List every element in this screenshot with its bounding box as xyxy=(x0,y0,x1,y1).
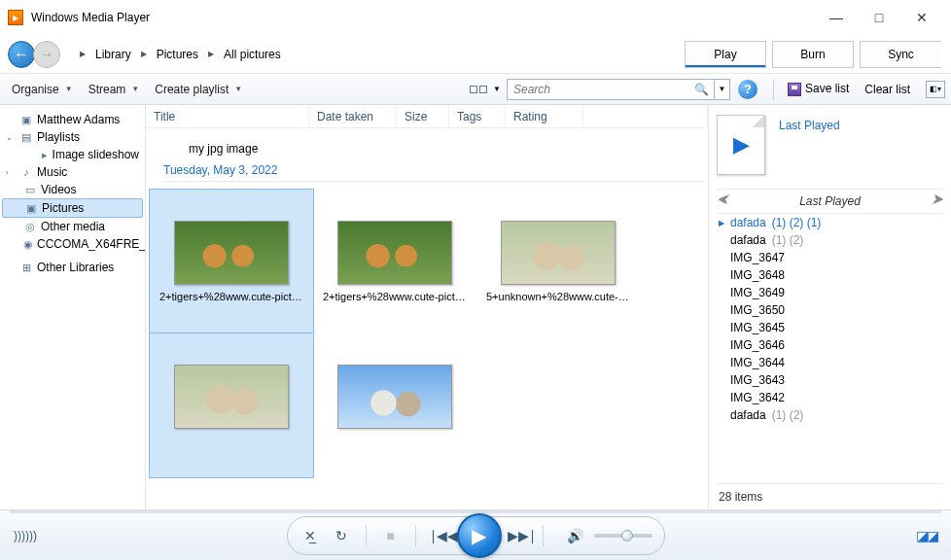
item-label: IMG_3644 xyxy=(730,356,785,369)
minimize-button[interactable]: — xyxy=(815,3,858,32)
save-list-button[interactable]: Save list xyxy=(782,79,855,99)
volume-knob[interactable] xyxy=(621,530,633,542)
tree-label: Videos xyxy=(41,183,76,196)
item-label: dafada xyxy=(730,216,766,229)
prev-list-button[interactable]: ⮜ xyxy=(717,193,728,207)
mute-button[interactable]: 🔊 xyxy=(565,528,586,543)
back-button[interactable]: ← xyxy=(8,41,35,68)
breadcrumb-all-pictures[interactable]: All pictures xyxy=(220,45,285,64)
last-played-title: Last Played xyxy=(779,119,840,132)
last-played-item[interactable]: ▶dafada (1) (2) (1) xyxy=(717,214,943,231)
repeat-button[interactable]: ↻ xyxy=(331,528,352,543)
column-size[interactable]: Size xyxy=(397,105,449,127)
last-played-item[interactable]: IMG_3647 xyxy=(717,249,943,266)
breadcrumb-pictures[interactable]: Pictures xyxy=(153,45,202,64)
tree-music[interactable]: ›♪Music xyxy=(2,163,143,181)
content-body[interactable]: my jpg image Tuesday, May 3, 2022 2+tige… xyxy=(146,128,708,509)
view-options-button[interactable] xyxy=(470,86,487,93)
thumbnail-caption: 2+tigers+%28www.cute-pict… xyxy=(321,291,469,302)
chevron-right-icon: ▶ xyxy=(80,50,86,58)
item-suffix: (1) (2) xyxy=(772,233,804,247)
tab-play[interactable]: Play xyxy=(685,41,766,68)
breadcrumb-library[interactable]: Library xyxy=(91,45,135,64)
tree-user[interactable]: ▣Matthew Adams xyxy=(2,111,143,128)
last-played-item[interactable]: IMG_3650 xyxy=(717,301,943,319)
user-icon: ▣ xyxy=(19,114,33,125)
previous-button[interactable]: ∣◀◀ xyxy=(430,528,451,543)
play-icon: ▶ xyxy=(733,132,750,158)
tree-label: Other media xyxy=(41,220,105,233)
thumbnail[interactable]: 2+tigers+%28www.cute-pict… xyxy=(150,190,313,333)
column-date-taken[interactable]: Date taken xyxy=(309,105,397,127)
create-playlist-label: Create playlist xyxy=(155,83,229,96)
tree-videos[interactable]: ▭Videos xyxy=(2,181,143,198)
help-button[interactable]: ? xyxy=(738,80,757,99)
last-played-item[interactable]: IMG_3646 xyxy=(717,336,943,354)
create-playlist-menu[interactable]: Create playlist▼ xyxy=(149,80,248,99)
player-bar: )))))) ✕̲ ↻ ■ ∣◀◀ ▶ ▶▶∣ 🔊 ◪◪ xyxy=(0,509,951,560)
column-title[interactable]: Title xyxy=(146,105,309,127)
caret-down-icon: ⌄ xyxy=(6,133,16,142)
last-played-header-label: Last Played xyxy=(799,194,861,208)
thumbnail[interactable]: 2+tigers+%28www.cute-pict… xyxy=(313,190,476,333)
chevron-right-icon: ▶ xyxy=(208,50,214,58)
tab-burn[interactable]: Burn xyxy=(772,41,854,68)
tree-image-slideshow[interactable]: ▸Image slideshow xyxy=(2,146,143,163)
mode-tabs: Play Burn Sync xyxy=(685,41,941,68)
last-played-item[interactable]: IMG_3649 xyxy=(717,284,943,301)
thumbnail-caption: 2+tigers+%28www.cute-pict… xyxy=(158,291,305,302)
player-status: )))))) xyxy=(14,529,208,542)
volume-slider[interactable] xyxy=(594,534,652,538)
last-played-item[interactable]: dafada (1) (2) xyxy=(717,231,943,249)
next-list-button[interactable]: ⮞ xyxy=(932,193,943,207)
organise-menu[interactable]: Organise▼ xyxy=(6,80,79,99)
clear-list-button[interactable]: Clear list xyxy=(859,80,916,99)
last-played-item[interactable]: IMG_3643 xyxy=(717,371,943,389)
item-label: IMG_3646 xyxy=(730,338,785,352)
tree-cccoma[interactable]: ◉CCCOMA_X64FRE_E xyxy=(2,235,143,253)
thumbnail-image xyxy=(501,221,616,285)
play-button[interactable]: ▶ xyxy=(457,513,502,558)
item-suffix: (1) (2) (1) xyxy=(772,216,822,229)
last-played-item[interactable]: IMG_3648 xyxy=(717,266,943,284)
caret-down-icon: ▼ xyxy=(131,85,139,93)
last-played-footer: 28 items xyxy=(717,483,943,509)
last-played-item[interactable]: dafada (1) (2) xyxy=(717,406,943,424)
close-button[interactable]: ✕ xyxy=(900,3,943,32)
next-button[interactable]: ▶▶∣ xyxy=(508,528,529,543)
tree-other-libraries[interactable]: ⊞Other Libraries xyxy=(2,259,143,276)
title-bar: Windows Media Player — □ ✕ xyxy=(0,0,951,35)
shuffle-button[interactable]: ✕̲ xyxy=(299,528,321,543)
item-label: dafada xyxy=(730,408,766,422)
thumbnail[interactable] xyxy=(150,333,313,477)
last-played-list[interactable]: ▶dafada (1) (2) (1)dafada (1) (2)IMG_364… xyxy=(717,214,943,483)
last-played-item[interactable]: IMG_3642 xyxy=(717,389,943,406)
last-played-item[interactable]: IMG_3644 xyxy=(717,354,943,371)
tree-label: Other Libraries xyxy=(37,261,114,274)
column-tags[interactable]: Tags xyxy=(449,105,506,127)
last-played-item[interactable]: IMG_3645 xyxy=(717,319,943,336)
stop-button[interactable]: ■ xyxy=(380,528,402,543)
tree-playlists[interactable]: ⌄▤Playlists xyxy=(2,128,143,146)
thumbnail[interactable]: 5+unknown+%28www.cute-… xyxy=(476,190,640,333)
switch-view-button[interactable]: ◪◪ xyxy=(916,528,937,543)
search-icon[interactable]: 🔍 xyxy=(690,83,714,96)
search-dropdown[interactable]: ▼ xyxy=(714,80,729,99)
tree-pictures[interactable]: ▣Pictures xyxy=(2,198,143,218)
caret-down-icon[interactable]: ▼ xyxy=(493,85,501,93)
maximize-button[interactable]: □ xyxy=(858,3,900,32)
column-rating[interactable]: Rating xyxy=(506,105,583,127)
panel-toggle-button[interactable]: ◧▾ xyxy=(926,81,945,98)
thumbnail[interactable] xyxy=(313,333,476,477)
search-input[interactable] xyxy=(508,83,690,96)
item-label: IMG_3642 xyxy=(730,391,785,404)
search-box: 🔍 ▼ xyxy=(507,79,730,100)
forward-button[interactable]: → xyxy=(33,41,60,68)
item-suffix: (1) (2) xyxy=(772,408,804,422)
caret-down-icon: ▼ xyxy=(234,85,242,93)
stream-menu[interactable]: Stream▼ xyxy=(83,80,146,99)
organise-label: Organise xyxy=(12,83,59,96)
save-icon xyxy=(788,83,801,96)
tab-sync[interactable]: Sync xyxy=(860,41,941,68)
tree-other-media[interactable]: ◎Other media xyxy=(2,218,143,235)
